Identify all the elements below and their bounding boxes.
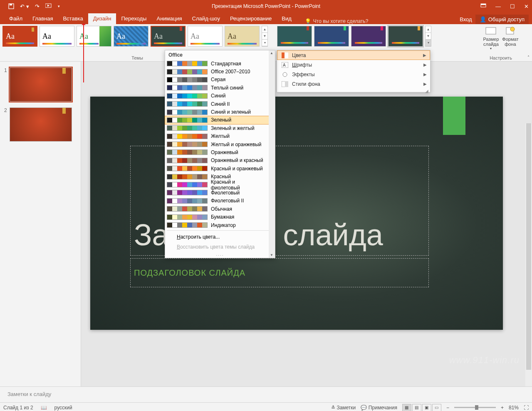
customize-colors-item[interactable]: Настроить цвета...	[165, 232, 275, 242]
svg-rect-10	[285, 52, 288, 58]
color-scheme-item[interactable]: Зеленый и желтый	[165, 124, 269, 132]
tab-view[interactable]: Вид	[277, 13, 297, 24]
color-scheme-item[interactable]: Стандартная	[165, 60, 269, 67]
qat-more-icon[interactable]: ▾	[58, 3, 60, 10]
minimize-icon[interactable]: —	[495, 3, 501, 10]
zoom-in-icon[interactable]: +	[501, 405, 504, 411]
variants-spinner[interactable]: ▲▼▾	[425, 26, 431, 47]
color-scheme-item[interactable]: Оранжевый и красный	[165, 157, 269, 164]
fit-to-window-icon[interactable]: ⛶	[524, 405, 529, 411]
undo-icon[interactable]: ↶ ▾	[20, 3, 29, 10]
zoom-slider[interactable]	[454, 407, 496, 408]
color-scheme-item[interactable]: Желтый	[165, 132, 269, 140]
submenu-arrow-icon: ▶	[423, 53, 426, 57]
color-scheme-item[interactable]: Обычная	[165, 205, 269, 213]
slide-accent-shape	[443, 97, 465, 135]
variants-menu-item[interactable]: AШрифты▶	[277, 60, 430, 70]
theme-thumb[interactable]: Aa	[188, 26, 223, 47]
color-scheme-item[interactable]: Теплый синий	[165, 84, 269, 92]
dropdown-scrollbar[interactable]	[269, 50, 275, 258]
save-icon[interactable]	[8, 3, 14, 10]
status-bar: Слайд 1 из 2 📖 русский ≛ Заметки 💬 Приме…	[0, 402, 532, 411]
themes-spinner[interactable]: ▲▼▾	[262, 26, 268, 47]
tell-me-search[interactable]: 💡 Что вы хотите сделать?	[305, 18, 369, 24]
submenu-arrow-icon: ▶	[423, 62, 427, 67]
close-icon[interactable]: ✕	[524, 3, 529, 10]
ribbon-options-icon[interactable]	[480, 3, 486, 10]
maximize-icon[interactable]: ☐	[510, 3, 515, 10]
color-scheme-item[interactable]: Синий	[165, 92, 269, 100]
reading-view-icon[interactable]: ▣	[422, 404, 431, 411]
bulb-icon: 💡	[305, 18, 311, 24]
slide-thumbnail[interactable]: 1	[4, 67, 77, 102]
color-scheme-item[interactable]: Фиолетовый II	[165, 197, 269, 205]
watermark: www.911-win.ru	[449, 355, 520, 366]
start-slideshow-icon[interactable]	[45, 3, 52, 10]
variants-menu-item[interactable]: Стили фона▶	[277, 79, 430, 89]
slide-edit-area[interactable]: Заголовок слайда ПОДЗАГОЛОВОК СЛАЙДА www…	[81, 62, 532, 386]
color-scheme-item[interactable]: Синий II	[165, 100, 269, 108]
spellcheck-icon[interactable]: 📖	[41, 405, 47, 411]
reset-colors-item: Восстановить цвета темы слайда	[165, 242, 275, 252]
variants-menu-item[interactable]: Цвета▶	[277, 50, 430, 60]
title-bar: ↶ ▾ ↷ ▾ Презентация Microsoft PowerPoint…	[0, 0, 532, 12]
colors-dropdown-header: Office	[165, 50, 275, 60]
theme-thumb[interactable]: Aa	[225, 26, 260, 47]
variants-menu-item[interactable]: Эффекты▶	[277, 70, 430, 79]
color-scheme-item[interactable]: Желтый и оранжевый	[165, 140, 269, 148]
slide-thumbnails-panel: 1 2	[0, 62, 81, 386]
vertical-scrollbar[interactable]	[525, 123, 532, 386]
tab-home[interactable]: Главная	[27, 13, 58, 24]
subtitle-placeholder[interactable]: ПОДЗАГОЛОВОК СЛАЙДА	[130, 258, 429, 287]
normal-view-icon[interactable]: ▦	[402, 404, 411, 411]
bg-icon	[281, 81, 289, 87]
tab-review[interactable]: Рецензирование	[225, 13, 277, 24]
color-scheme-item[interactable]: Синий и зеленый	[165, 108, 269, 116]
slide-counter[interactable]: Слайд 1 из 2	[3, 405, 33, 411]
variant-thumb[interactable]	[277, 26, 312, 47]
notes-toggle[interactable]: ≛ Заметки	[331, 405, 356, 411]
color-scheme-item[interactable]: Оранжевый	[165, 148, 269, 156]
zoom-out-icon[interactable]: −	[446, 405, 449, 411]
color-scheme-item[interactable]: Индикатор	[165, 221, 269, 229]
variant-thumb[interactable]	[388, 26, 423, 47]
slideshow-view-icon[interactable]: ▭	[432, 404, 441, 411]
variant-thumb[interactable]	[314, 26, 349, 47]
svg-rect-1	[10, 4, 12, 5]
theme-thumb[interactable]: Aa	[2, 26, 37, 47]
theme-thumb[interactable]: Aa	[40, 26, 74, 47]
color-scheme-item[interactable]: Красный и оранжевый	[165, 164, 269, 172]
color-scheme-item[interactable]: Красный и фиолетовый	[165, 181, 269, 189]
svg-rect-6	[486, 27, 496, 34]
tab-design[interactable]: Дизайн	[88, 13, 116, 24]
dropdown-resize-icon[interactable]: ....	[165, 252, 275, 258]
theme-thumb[interactable]: Aa	[77, 26, 111, 47]
variant-thumb[interactable]	[351, 26, 386, 47]
tab-file[interactable]: Файл	[4, 13, 27, 24]
color-scheme-item[interactable]: Office 2007–2010	[165, 67, 269, 75]
customize-group: Размер слайда▾ Формат фона Настроить	[470, 24, 532, 61]
sign-in[interactable]: Вход	[460, 16, 472, 22]
theme-thumb[interactable]: Aa	[114, 26, 148, 47]
tab-animation[interactable]: Анимация	[151, 13, 187, 24]
tab-transitions[interactable]: Переходы	[116, 13, 151, 24]
comments-toggle[interactable]: 💬 Примечания	[361, 405, 397, 411]
submenu-arrow-icon: ▶	[423, 72, 427, 77]
tab-slideshow[interactable]: Слайд-шоу	[187, 13, 225, 24]
language-indicator[interactable]: русский	[54, 405, 72, 411]
color-scheme-item[interactable]: Бумажная	[165, 213, 269, 221]
zoom-level[interactable]: 81%	[509, 405, 519, 411]
theme-thumb[interactable]: Aa	[151, 26, 186, 47]
slide-thumbnail[interactable]: 2	[4, 107, 77, 142]
share-button[interactable]: 👤 Общий доступ	[475, 15, 529, 24]
color-scheme-item[interactable]: Серая	[165, 76, 269, 84]
sorter-view-icon[interactable]: ▤	[412, 404, 421, 411]
collapse-ribbon-icon[interactable]: ˄	[527, 55, 530, 60]
colors-dropdown: Office СтандартнаяOffice 2007–2010СераяТ…	[165, 50, 275, 258]
redo-icon[interactable]: ↷	[35, 3, 40, 10]
color-scheme-item[interactable]: Зеленый	[165, 116, 269, 124]
window-controls: — ☐ ✕	[480, 3, 529, 10]
notes-pane[interactable]: Заметки к слайду	[0, 386, 532, 402]
resize-grip-icon[interactable]: ◢	[277, 89, 430, 92]
slide-canvas[interactable]: Заголовок слайда ПОДЗАГОЛОВОК СЛАЙДА	[90, 97, 503, 330]
